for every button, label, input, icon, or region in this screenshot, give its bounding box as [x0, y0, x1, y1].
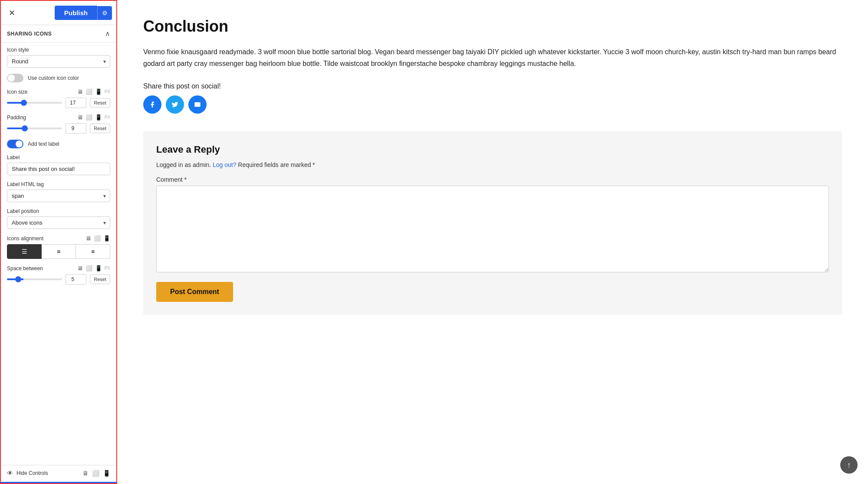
space-between-reset[interactable]: Reset — [90, 275, 110, 284]
icon-size-label: Icon size — [7, 89, 27, 95]
icon-size-section: Icon size 🖥 ⬜ 📱 PX Reset — [7, 88, 110, 108]
share-icons — [143, 95, 842, 114]
desktop-icon[interactable]: 🖥 — [77, 88, 83, 95]
desktop-icon-a[interactable]: 🖥 — [85, 235, 91, 242]
logged-in-text: Logged in as admin. Log out? Required fi… — [156, 161, 829, 168]
icon-style-select[interactable]: Round Square Plain — [7, 55, 110, 68]
share-label: Share this post on social! — [143, 82, 842, 90]
alignment-devices: 🖥 ⬜ 📱 — [85, 235, 110, 242]
panel-body: Icon style Round Square Plain Use custom… — [1, 43, 116, 289]
label-field: Label — [7, 154, 110, 175]
scroll-to-top-button[interactable]: ↑ — [840, 456, 858, 474]
section-header: SHARING ICONS ∧ — [1, 25, 116, 43]
space-px: PX — [105, 266, 110, 271]
align-left-button[interactable]: ☰ — [7, 244, 42, 259]
space-between-section: Space between 🖥 ⬜ 📱 PX Reset — [7, 265, 110, 285]
post-comment-button[interactable]: Post Comment — [156, 282, 233, 302]
bottom-bar: 👁 Hide Controls 🖥 ⬜ 📱 — [1, 465, 116, 481]
article-body: Venmo fixie knausgaard readymade. 3 wolf… — [143, 46, 842, 69]
icons-alignment-top: Icons alignment 🖥 ⬜ 📱 — [7, 235, 110, 242]
text-label-row: Add text label — [7, 140, 110, 148]
hide-controls-label: Hide Controls — [16, 470, 48, 476]
right-content: Conclusion Venmo fixie knausgaard readym… — [117, 0, 868, 484]
bottom-desktop-icon[interactable]: 🖥 — [82, 470, 89, 477]
publish-area: Publish ⚙ — [55, 6, 112, 20]
custom-color-row: Use custom icon color — [7, 74, 110, 82]
custom-color-toggle[interactable] — [7, 74, 23, 82]
label-html-tag-select[interactable]: span p h2 h3 h4 div — [7, 190, 110, 202]
space-between-label: Space between — [7, 265, 43, 271]
comment-textarea[interactable] — [156, 186, 829, 272]
space-between-slider[interactable] — [7, 278, 62, 280]
icon-size-input[interactable] — [66, 98, 86, 108]
desktop-icon-s[interactable]: 🖥 — [77, 265, 83, 271]
padding-controls: Reset — [7, 123, 110, 134]
space-between-input[interactable] — [66, 274, 86, 285]
eye-icon: 👁 — [7, 470, 13, 477]
icon-size-top: Icon size 🖥 ⬜ 📱 PX — [7, 88, 110, 95]
text-label-toggle-thumb — [16, 141, 23, 147]
share-email-button[interactable] — [188, 95, 207, 114]
padding-label: Padding — [7, 114, 26, 121]
alignment-buttons: ☰ ≡ ≡ — [7, 244, 110, 259]
space-between-top: Space between 🖥 ⬜ 📱 PX — [7, 265, 110, 271]
share-facebook-button[interactable] — [143, 95, 161, 114]
bottom-tablet-icon[interactable]: ⬜ — [92, 470, 99, 477]
label-text-input[interactable] — [7, 163, 110, 175]
padding-px: PX — [105, 115, 110, 120]
mobile-icon[interactable]: 📱 — [95, 88, 102, 95]
label-position-select[interactable]: Above icons Below icons Left of icons Ri… — [7, 216, 110, 229]
align-center-button[interactable]: ≡ — [42, 244, 76, 259]
article-title: Conclusion — [143, 17, 842, 36]
icon-style-label: Icon style — [7, 47, 110, 53]
label-html-tag-label: Label HTML tag — [7, 181, 110, 187]
left-panel: ✕ Publish ⚙ SHARING ICONS ∧ Icon style R… — [0, 0, 117, 484]
text-label-toggle[interactable] — [7, 140, 23, 148]
publish-button[interactable]: Publish — [55, 6, 97, 20]
label-position-wrapper: Above icons Below icons Left of icons Ri… — [7, 216, 110, 229]
mobile-icon-p[interactable]: 📱 — [95, 114, 102, 121]
text-label-label: Add text label — [28, 141, 59, 147]
space-devices: 🖥 ⬜ 📱 — [77, 265, 102, 271]
mobile-icon-s[interactable]: 📱 — [95, 265, 102, 271]
comment-label: Comment * — [156, 176, 829, 183]
padding-reset[interactable]: Reset — [90, 124, 110, 133]
icon-style-dropdown-wrapper: Round Square Plain — [7, 55, 110, 68]
desktop-icon-p[interactable]: 🖥 — [77, 114, 83, 121]
label-field-label: Label — [7, 154, 110, 160]
icon-size-reset[interactable]: Reset — [90, 98, 110, 108]
padding-input[interactable] — [66, 123, 86, 134]
bottom-devices: 🖥 ⬜ 📱 — [82, 470, 110, 477]
label-html-tag-wrapper: span p h2 h3 h4 div — [7, 190, 110, 202]
section-title: SHARING ICONS — [7, 31, 52, 37]
icon-size-px: PX — [105, 89, 110, 94]
toggle-thumb — [8, 75, 15, 82]
icon-size-slider[interactable] — [7, 102, 62, 104]
logout-link[interactable]: Log out? — [213, 161, 237, 168]
bottom-mobile-icon[interactable]: 📱 — [103, 470, 110, 477]
comment-section-title: Leave a Reply — [156, 144, 829, 155]
label-position-field: Label position Above icons Below icons L… — [7, 208, 110, 229]
tablet-icon-p[interactable]: ⬜ — [85, 114, 92, 121]
close-button[interactable]: ✕ — [5, 7, 18, 20]
share-twitter-button[interactable] — [166, 95, 184, 114]
custom-color-label: Use custom icon color — [28, 75, 79, 81]
label-html-tag-field: Label HTML tag span p h2 h3 h4 div — [7, 181, 110, 202]
icon-size-devices: 🖥 ⬜ 📱 — [77, 88, 102, 95]
comment-section: Leave a Reply Logged in as admin. Log ou… — [143, 131, 842, 315]
align-right-button[interactable]: ≡ — [76, 244, 110, 259]
publish-gear-button[interactable]: ⚙ — [97, 6, 112, 20]
tablet-icon-a[interactable]: ⬜ — [94, 235, 101, 242]
padding-top: Padding 🖥 ⬜ 📱 PX — [7, 114, 110, 121]
tablet-icon-s[interactable]: ⬜ — [85, 265, 92, 271]
tablet-icon[interactable]: ⬜ — [85, 88, 92, 95]
hide-controls[interactable]: 👁 Hide Controls — [7, 470, 48, 477]
label-position-label: Label position — [7, 208, 110, 214]
bottom-indicator — [1, 482, 116, 483]
mobile-icon-a[interactable]: 📱 — [103, 235, 110, 242]
padding-devices: 🖥 ⬜ 📱 — [77, 114, 102, 121]
icons-alignment-section: Icons alignment 🖥 ⬜ 📱 ☰ ≡ ≡ — [7, 235, 110, 259]
top-bar: ✕ Publish ⚙ — [1, 1, 116, 25]
collapse-button[interactable]: ∧ — [105, 29, 110, 38]
padding-slider[interactable] — [7, 128, 62, 129]
